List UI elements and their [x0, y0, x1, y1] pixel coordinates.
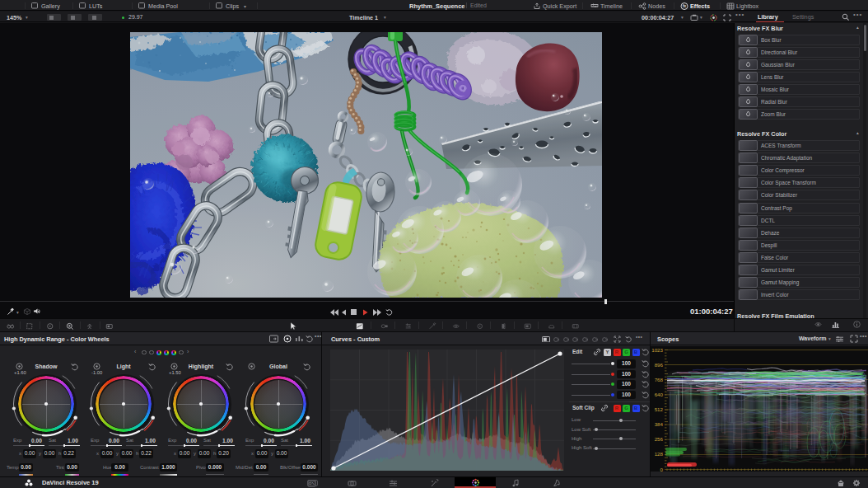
- svg-text:896: 896: [655, 362, 664, 368]
- svg-text:384: 384: [655, 421, 664, 427]
- svg-text:1023: 1023: [651, 347, 663, 353]
- svg-text:fx: fx: [683, 4, 687, 8]
- svg-text:640: 640: [655, 392, 664, 397]
- svg-text:128: 128: [655, 451, 664, 457]
- svg-text:0: 0: [660, 467, 664, 472]
- svg-text:256: 256: [655, 436, 664, 442]
- svg-text:512: 512: [655, 406, 664, 412]
- svg-text:768: 768: [655, 377, 664, 382]
